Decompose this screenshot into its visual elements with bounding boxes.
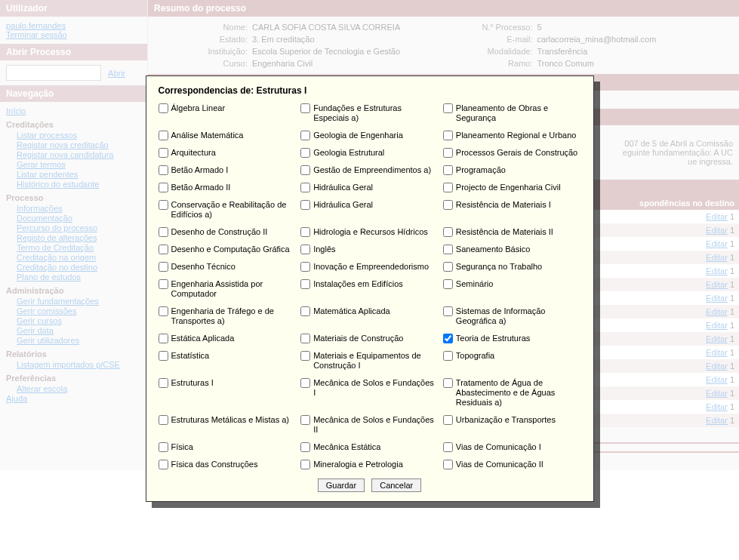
subject-checkbox-cell[interactable]: Urbanização e Transportes [443,415,581,435]
subject-checkbox[interactable] [300,227,310,237]
subject-checkbox-cell[interactable]: Segurança no Trabalho [443,262,581,272]
subject-checkbox-cell[interactable]: Engenharia de Tráfego e de Transportes a… [159,306,297,326]
subject-checkbox-cell[interactable]: Projecto de Engenharia Civil [443,183,581,192]
subject-checkbox[interactable] [300,262,310,272]
subject-checkbox-cell[interactable]: Vias de Comunicação I [443,442,581,452]
subject-checkbox-cell[interactable]: Conservação e Reabilitação de Edifícios … [159,200,297,220]
subject-checkbox-cell[interactable]: Sistemas de Informação Geográfica a) [443,306,581,326]
subject-checkbox[interactable] [159,183,168,192]
subject-checkbox-cell[interactable]: Mecânica de Solos e Fundações I [300,378,439,408]
subject-checkbox-cell[interactable]: Instalações em Edifícios [300,279,439,299]
subject-checkbox-cell[interactable]: Inglês [300,245,439,254]
subject-checkbox[interactable] [300,378,310,388]
subject-checkbox-cell[interactable]: Estatística [159,351,297,371]
subject-checkbox[interactable] [443,334,453,343]
subject-checkbox-cell[interactable]: Resistência de Materiais I [443,200,581,220]
subject-checkbox-cell[interactable]: Hidráulica Geral [300,183,439,192]
subject-checkbox-cell[interactable]: Planeamento de Obras e Segurança [443,103,581,123]
subject-checkbox[interactable] [159,415,168,425]
subject-checkbox[interactable] [443,351,453,361]
subject-checkbox[interactable] [159,460,168,469]
subject-checkbox-cell[interactable]: Materiais de Construção [300,334,439,343]
subject-checkbox[interactable] [300,351,310,361]
subject-checkbox-cell[interactable]: Matemática Aplicada [300,306,439,326]
subject-checkbox-cell[interactable]: Hidráulica Geral [300,200,439,220]
subject-checkbox[interactable] [300,442,310,452]
subject-checkbox-cell[interactable]: Engenharia Assistida por Computador [159,279,297,299]
subject-checkbox-cell[interactable]: Estruturas Metálicas e Mistas a) [159,415,297,435]
subject-checkbox[interactable] [159,378,168,388]
subject-checkbox-cell[interactable]: Geologia Estrutural [300,148,439,158]
subject-checkbox[interactable] [159,334,168,343]
subject-checkbox-cell[interactable]: Gestão de Empreendimentos a) [300,165,439,175]
subject-checkbox[interactable] [443,262,453,272]
subject-checkbox-cell[interactable]: Desenho de Construção II [159,227,297,237]
subject-checkbox[interactable] [443,183,453,192]
subject-checkbox-cell[interactable]: Programação [443,165,581,175]
subject-checkbox-cell[interactable]: Resistência de Materiais II [443,227,581,237]
subject-checkbox[interactable] [443,245,453,254]
subject-checkbox[interactable] [443,279,453,289]
subject-checkbox[interactable] [300,306,310,316]
subject-checkbox-cell[interactable]: Hidrologia e Recursos Hídricos [300,227,439,237]
subject-checkbox-cell[interactable]: Materiais e Equipamentos de Construção I [300,351,439,371]
subject-checkbox-cell[interactable]: Tratamento de Água de Abastecimento e de… [443,378,581,408]
subject-checkbox[interactable] [300,334,310,343]
subject-checkbox[interactable] [159,306,168,316]
subject-checkbox-cell[interactable]: Desenho Técnico [159,262,297,272]
subject-checkbox[interactable] [443,165,453,175]
subject-checkbox[interactable] [159,200,168,210]
subject-checkbox-cell[interactable]: Desenho e Computação Gráfica [159,245,297,254]
subject-checkbox[interactable] [300,245,310,254]
subject-checkbox[interactable] [300,279,310,289]
subject-checkbox-cell[interactable]: Planeamento Regional e Urbano [443,131,581,140]
subject-checkbox[interactable] [443,306,453,316]
subject-checkbox[interactable] [300,415,310,425]
subject-checkbox-cell[interactable]: Física [159,442,297,452]
subject-checkbox[interactable] [300,103,310,113]
subject-checkbox-cell[interactable]: Betão Armado II [159,183,297,192]
subject-checkbox[interactable] [443,378,453,388]
subject-checkbox[interactable] [159,227,168,237]
subject-checkbox-cell[interactable]: Mecânica de Solos e Fundações II [300,415,439,435]
subject-checkbox-cell[interactable]: Álgebra Linear [159,103,297,123]
subject-checkbox-cell[interactable]: Estruturas I [159,378,297,408]
subject-checkbox-cell[interactable]: Mecânica Estática [300,442,439,452]
subject-checkbox-cell[interactable]: Topografia [443,351,581,371]
subject-checkbox-cell[interactable]: Teoria de Estruturas [443,334,581,343]
subject-checkbox[interactable] [300,165,310,175]
subject-checkbox[interactable] [159,245,168,254]
subject-checkbox[interactable] [159,148,168,158]
subject-checkbox[interactable] [443,131,453,140]
subject-checkbox[interactable] [443,200,453,210]
subject-checkbox[interactable] [443,460,453,469]
subject-checkbox-cell[interactable]: Fundações e Estruturas Especiais a) [300,103,439,123]
subject-checkbox[interactable] [159,279,168,289]
subject-checkbox[interactable] [443,415,453,425]
subject-checkbox[interactable] [159,103,168,113]
subject-checkbox-cell[interactable]: Saneamento Básico [443,245,581,254]
subject-checkbox[interactable] [159,262,168,272]
subject-checkbox-cell[interactable]: Arquitectura [159,148,297,158]
subject-checkbox-cell[interactable]: Betão Armado I [159,165,297,175]
subject-checkbox-cell[interactable]: Vias de Comunicação II [443,460,581,469]
subject-checkbox[interactable] [159,351,168,361]
subject-checkbox-cell[interactable]: Geologia de Engenharia [300,131,439,140]
subject-checkbox-cell[interactable]: Seminário [443,279,581,299]
subject-checkbox-cell[interactable]: Processos Gerais de Construção [443,148,581,158]
subject-checkbox[interactable] [300,131,310,140]
subject-checkbox-cell[interactable]: Inovação e Empreendedorismo [300,262,439,272]
subject-checkbox[interactable] [443,103,453,113]
subject-checkbox[interactable] [443,148,453,158]
subject-checkbox-cell[interactable]: Análise Matemática [159,131,297,140]
subject-checkbox-cell[interactable]: Mineralogia e Petrologia [300,460,439,469]
subject-checkbox[interactable] [300,183,310,192]
subject-checkbox[interactable] [300,200,310,210]
subject-checkbox-cell[interactable]: Física das Construções [159,460,297,469]
subject-checkbox[interactable] [300,148,310,158]
subject-checkbox[interactable] [300,460,310,469]
subject-checkbox[interactable] [443,227,453,237]
subject-checkbox-cell[interactable]: Estática Aplicada [159,334,297,343]
subject-checkbox[interactable] [159,131,168,140]
subject-checkbox[interactable] [443,442,453,452]
